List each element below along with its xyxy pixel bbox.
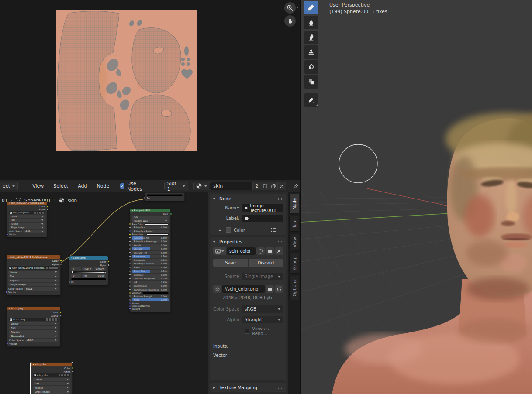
value-slider[interactable]: Anisotropic Rotation0.000: [132, 262, 169, 265]
image-selector-row[interactable]: scin_color: [33, 373, 70, 377]
tab-node[interactable]: Node: [289, 194, 299, 214]
remove-stop-button[interactable]: −: [76, 267, 81, 271]
pan-button[interactable]: [284, 15, 296, 27]
discard-button[interactable]: Discard: [249, 259, 283, 267]
duplicate-icon[interactable]: [61, 374, 63, 377]
dropdown-row[interactable]: Flat: [33, 382, 70, 385]
dropdown-row[interactable]: Single Image: [9, 226, 45, 229]
node-dropdown[interactable]: Repeat: [9, 223, 45, 226]
value-slider[interactable]: Specular0.500: [132, 247, 169, 250]
pin-button[interactable]: [291, 182, 300, 190]
folder-icon[interactable]: [52, 267, 55, 269]
value-slider[interactable]: Subsurface Anisotropy0.000: [132, 240, 169, 243]
node-header[interactable]: ▾ColorRamp: [69, 256, 108, 260]
pack-image-button[interactable]: [213, 285, 221, 293]
value-slider-row[interactable]: Specular0.500: [132, 247, 169, 250]
image-datablock-field[interactable]: scin_color: [33, 373, 70, 377]
value-slider-row[interactable]: Specular Tint0.000: [132, 251, 169, 254]
input-socket[interactable]: [129, 266, 131, 268]
properties-panel-header[interactable]: ▾ Properties: [213, 239, 283, 244]
value-slider-row[interactable]: Subsurface Anisotropy0.000: [132, 240, 169, 243]
value-slider-row[interactable]: Subsurface0.000: [132, 226, 169, 229]
value-slider-row[interactable]: Transmission Roughness0.000: [132, 288, 169, 291]
color-swatch[interactable]: [144, 223, 169, 225]
value-slider-row[interactable]: Subsurface IOR1.400: [132, 236, 169, 240]
texture-mapping-header[interactable]: ▸ Texture Mapping: [213, 385, 283, 390]
value-slider[interactable]: Specular Tint0.000: [132, 251, 169, 254]
folder-icon[interactable]: [52, 318, 54, 320]
node-dropdown[interactable]: Linear: [9, 215, 45, 218]
value-slider[interactable]: Alpha1.000: [132, 298, 169, 301]
dropdown-row[interactable]: Linear: [8, 271, 59, 274]
open-image-button[interactable]: [266, 247, 274, 255]
value-slider[interactable]: Transmission Roughness0.000: [132, 288, 169, 291]
ramp-handle[interactable]: [72, 271, 73, 274]
breadcrumb-material[interactable]: skin: [68, 198, 77, 203]
drag-dots-icon[interactable]: [277, 197, 283, 200]
image-selector-row[interactable]: skin_utility.DSP-B-fix(disp).png: [8, 266, 59, 270]
user-count-badge[interactable]: 2: [253, 182, 261, 190]
dropdown-row[interactable]: Subsurface Radius: [132, 230, 169, 233]
input-socket[interactable]: [129, 255, 131, 257]
tool-soften-button[interactable]: [304, 16, 318, 29]
fake-user-shield-icon[interactable]: [46, 318, 48, 320]
dropdown-row[interactable]: GGX: [132, 216, 169, 219]
node-dropdown[interactable]: Linear: [8, 271, 59, 274]
dropdown-row[interactable]: Repeat: [33, 386, 70, 390]
dropdown-row[interactable]: Random Walk: [132, 219, 169, 223]
unlink-icon[interactable]: [42, 212, 44, 213]
unlink-icon[interactable]: [67, 374, 69, 377]
input-socket[interactable]: [129, 308, 131, 310]
expand-arrow-icon[interactable]: ▸: [219, 228, 223, 232]
node-label-field[interactable]: [242, 215, 283, 222]
value-slider-row[interactable]: Clearcoat Roughness0.030: [132, 277, 169, 280]
output-socket[interactable]: [107, 264, 110, 266]
reload-image-button[interactable]: [275, 285, 283, 293]
colorspace-row[interactable]: Color SpacesRGB: [9, 339, 58, 342]
node-dropdown[interactable]: Single Image: [9, 226, 45, 229]
dropdown-row[interactable]: Repeat: [9, 223, 45, 226]
colorspace-dropdown[interactable]: sRGB: [23, 230, 45, 233]
output-socket[interactable]: [46, 208, 48, 210]
value-slider[interactable]: Sheen Tint0.500: [132, 270, 169, 273]
value-slider-row[interactable]: Anisotropic Rotation0.000: [132, 262, 169, 265]
input-socket[interactable]: [129, 251, 131, 254]
tab-group[interactable]: Group: [289, 253, 299, 274]
colorspace-dropdown[interactable]: sRGB: [242, 305, 283, 313]
node-dropdown[interactable]: Repeat: [33, 386, 70, 390]
node-header[interactable]: ▾lico 2.png: [7, 307, 60, 310]
node-dropdown[interactable]: Repeat: [8, 279, 59, 282]
image-datablock-field[interactable]: lico 2.png: [9, 318, 58, 321]
output-socket[interactable]: [59, 311, 62, 313]
dropdown-row[interactable]: Single Image: [33, 390, 70, 394]
dropdown-row[interactable]: Flat: [9, 219, 45, 222]
unlink-image-button[interactable]: [278, 182, 286, 190]
color-swatch[interactable]: [71, 278, 106, 280]
tool-mask-button[interactable]: [304, 75, 318, 89]
input-socket[interactable]: [129, 244, 131, 246]
color-swatch[interactable]: [142, 292, 169, 294]
menu-view[interactable]: View: [28, 183, 48, 189]
color-mode-dropdown[interactable]: RGB: [82, 267, 93, 271]
value-slider[interactable]: Subsurface0.000: [132, 226, 169, 229]
tool-fill-button[interactable]: [304, 60, 318, 74]
region-collapse-chevron[interactable]: ‹: [297, 4, 298, 10]
output-socket[interactable]: [170, 213, 172, 215]
colorspace-row[interactable]: Color SpacesRGB: [9, 230, 45, 233]
value-slider[interactable]: Subsurface IOR1.400: [132, 236, 169, 240]
image-datablock-field[interactable]: skin_utility.DSP-...: [9, 211, 45, 214]
input-socket[interactable]: [129, 299, 131, 301]
input-socket[interactable]: [129, 288, 131, 291]
node-dropdown[interactable]: Single Image: [33, 390, 70, 394]
shader-type-dropdown[interactable]: ect: [0, 182, 18, 190]
input-socket[interactable]: [129, 226, 131, 229]
node-dropdown[interactable]: Flat: [9, 326, 58, 329]
browse-image-dropdown[interactable]: [193, 182, 209, 190]
value-slider[interactable]: Sheen0.000: [132, 266, 169, 269]
value-slider-row[interactable]: Emission Strength1.000: [132, 295, 169, 298]
dropdown-row[interactable]: Generated: [9, 334, 58, 338]
use-nodes-toggle[interactable]: ✓ Use Nodes: [120, 181, 147, 192]
input-socket[interactable]: [129, 263, 131, 265]
menu-node[interactable]: Node: [92, 183, 114, 189]
value-slider-row[interactable]: IOR1.450: [132, 281, 169, 284]
